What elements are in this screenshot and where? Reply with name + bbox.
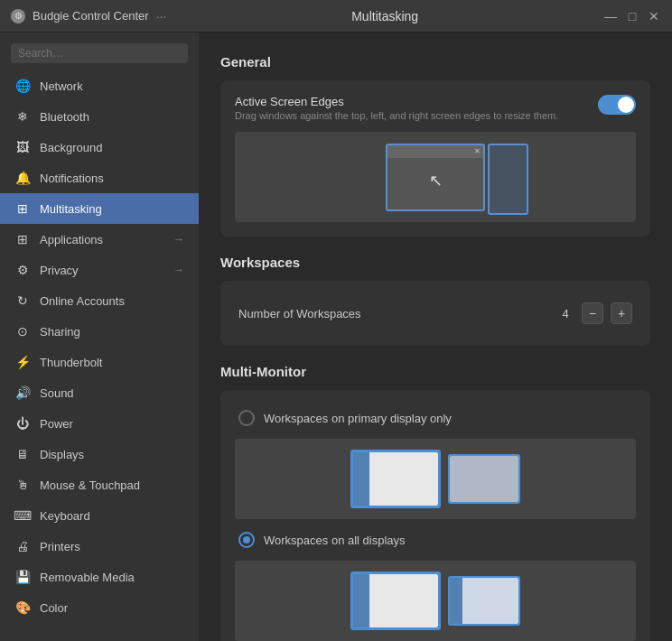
workspace-count: 4 <box>556 307 574 320</box>
sidebar-item-sound[interactable]: 🔊Sound <box>0 377 199 408</box>
sidebar-icon-removable-media: 💾 <box>14 569 31 585</box>
sidebar-icon-privacy: ⚙ <box>14 262 31 278</box>
multi-monitor-section-title: Multi-Monitor <box>220 364 650 379</box>
monitor-main-area <box>369 452 438 506</box>
sidebar-arrow-applications: → <box>173 233 184 246</box>
window-title: Multitasking <box>351 9 418 23</box>
sidebar-icon-printers: 🖨 <box>14 538 31 554</box>
window-controls: — □ ✕ <box>603 9 661 23</box>
active-screen-edges-row: Active Screen Edges Drag windows against… <box>235 95 636 121</box>
preview-titlebar: ✕ <box>387 145 483 158</box>
active-screen-edges-label: Active Screen Edges <box>235 95 558 108</box>
monitor-side-panel-all <box>353 574 369 627</box>
sidebar-icon-bluetooth: ❄ <box>14 108 31 125</box>
workspace-increment-button[interactable]: + <box>611 302 632 324</box>
workspaces-card: Number of Workspaces 4 − + <box>220 281 650 346</box>
active-screen-edges-desc: Drag windows against the top, left, and … <box>235 110 558 121</box>
general-section-title: General <box>220 54 650 70</box>
monitor-sec-area <box>450 456 518 502</box>
all-displays-option[interactable]: Workspaces on all displays <box>235 526 636 553</box>
preview-close-icon: ✕ <box>474 147 481 155</box>
monitor-main-primary <box>350 450 441 508</box>
sidebar-icon-multitasking: ⊞ <box>14 200 31 217</box>
sidebar-item-removable-media[interactable]: 💾Removable Media <box>0 562 199 592</box>
close-button[interactable]: ✕ <box>647 9 661 23</box>
content-area: General Active Screen Edges Drag windows… <box>199 33 672 641</box>
num-workspaces-row: Number of Workspaces 4 − + <box>235 295 636 331</box>
titlebar: ⚙ Budgie Control Center ··· Multitasking… <box>0 0 672 33</box>
sidebar-item-applications[interactable]: ⊞Applications→ <box>0 224 199 255</box>
monitor-secondary-primary <box>448 454 520 504</box>
all-displays-radio[interactable] <box>238 532 255 548</box>
sidebar-item-sharing[interactable]: ⊙Sharing <box>0 316 199 347</box>
sidebar-label-multitasking: Multitasking <box>40 202 184 216</box>
sidebar-label-background: Background <box>40 141 184 154</box>
search-bar[interactable] <box>0 36 199 70</box>
sidebar-item-online-accounts[interactable]: ↻Online Accounts <box>0 285 199 316</box>
sidebar-item-network[interactable]: 🌐Network <box>0 70 199 101</box>
titlebar-left: ⚙ Budgie Control Center ··· <box>11 9 166 23</box>
all-displays-label: Workspaces on all displays <box>264 534 406 547</box>
sidebar-item-bluetooth[interactable]: ❄Bluetooth <box>0 101 199 132</box>
all-displays-preview <box>235 561 636 641</box>
sidebar-item-multitasking[interactable]: ⊞Multitasking <box>0 193 199 224</box>
sidebar-label-notifications: Notifications <box>40 172 184 185</box>
sidebar-label-privacy: Privacy <box>40 264 164 277</box>
sidebar-item-color[interactable]: 🎨Color <box>0 592 199 623</box>
sidebar-icon-displays: 🖥 <box>14 446 31 462</box>
workspace-controls: 4 − + <box>556 302 632 324</box>
sidebar-item-thunderbolt[interactable]: ⚡Thunderbolt <box>0 347 199 377</box>
sidebar-label-applications: Applications <box>40 233 164 246</box>
app-name: Budgie Control Center <box>33 9 149 23</box>
sidebar-icon-applications: ⊞ <box>14 231 31 247</box>
general-card: Active Screen Edges Drag windows against… <box>220 80 650 237</box>
sidebar-item-notifications[interactable]: 🔔Notifications <box>0 163 199 193</box>
monitor-sec-panel-all <box>450 578 462 624</box>
sidebar-item-mouse-touchpad[interactable]: 🖱Mouse & Touchpad <box>0 469 199 500</box>
primary-only-option[interactable]: Workspaces on primary display only <box>235 404 636 432</box>
sidebar-label-color: Color <box>40 601 184 615</box>
primary-only-radio[interactable] <box>238 410 255 426</box>
screen-edge-preview: ✕ ↖ <box>235 132 636 222</box>
sidebar-icon-color: 🎨 <box>14 599 31 616</box>
sidebar-icon-network: 🌐 <box>14 78 31 94</box>
sidebar-label-removable-media: Removable Media <box>40 571 184 584</box>
workspace-decrement-button[interactable]: − <box>582 302 603 324</box>
sidebar-label-mouse-touchpad: Mouse & Touchpad <box>40 478 184 492</box>
active-screen-edges-toggle[interactable] <box>598 95 636 115</box>
sidebar-icon-keyboard: ⌨ <box>14 507 31 524</box>
main-layout: 🌐Network❄Bluetooth🖼Background🔔Notificati… <box>0 33 672 641</box>
cursor-icon: ↖ <box>429 171 443 190</box>
sidebar-label-online-accounts: Online Accounts <box>40 294 184 308</box>
preview-window: ✕ ↖ <box>386 144 485 211</box>
sidebar-item-keyboard[interactable]: ⌨Keyboard <box>0 500 199 531</box>
sidebar-label-power: Power <box>40 417 184 431</box>
sidebar-item-printers[interactable]: 🖨Printers <box>0 531 199 562</box>
multi-monitor-card: Workspaces on primary display only Works… <box>220 390 650 641</box>
sidebar-label-displays: Displays <box>40 448 184 461</box>
sidebar-label-keyboard: Keyboard <box>40 509 184 523</box>
sidebar-label-bluetooth: Bluetooth <box>40 110 184 124</box>
sidebar-arrow-privacy: → <box>173 264 184 276</box>
sidebar-icon-online-accounts: ↻ <box>14 293 31 309</box>
monitor-sec-area-all <box>462 578 518 624</box>
sidebar-item-displays[interactable]: 🖥Displays <box>0 439 199 469</box>
sidebar-icon-notifications: 🔔 <box>14 170 31 186</box>
sidebar-item-power[interactable]: ⏻Power <box>0 408 199 439</box>
sidebar-item-privacy[interactable]: ⚙Privacy→ <box>0 255 199 285</box>
sidebar-icon-sharing: ⊙ <box>14 323 31 339</box>
sidebar-label-network: Network <box>40 79 184 93</box>
maximize-button[interactable]: □ <box>625 9 639 23</box>
sidebar-item-background[interactable]: 🖼Background <box>0 132 199 163</box>
minimize-button[interactable]: — <box>603 9 618 23</box>
primary-only-label: Workspaces on primary display only <box>264 412 452 425</box>
num-workspaces-label: Number of Workspaces <box>238 307 361 320</box>
primary-only-preview <box>235 439 636 519</box>
more-options-button[interactable]: ··· <box>156 9 167 23</box>
active-screen-edges-info: Active Screen Edges Drag windows against… <box>235 95 558 121</box>
sidebar-icon-background: 🖼 <box>14 139 31 155</box>
sidebar-icon-power: ⏻ <box>14 415 31 432</box>
sidebar-label-sharing: Sharing <box>40 325 184 339</box>
search-input[interactable] <box>11 43 188 63</box>
preview-ghost-window <box>488 144 528 215</box>
